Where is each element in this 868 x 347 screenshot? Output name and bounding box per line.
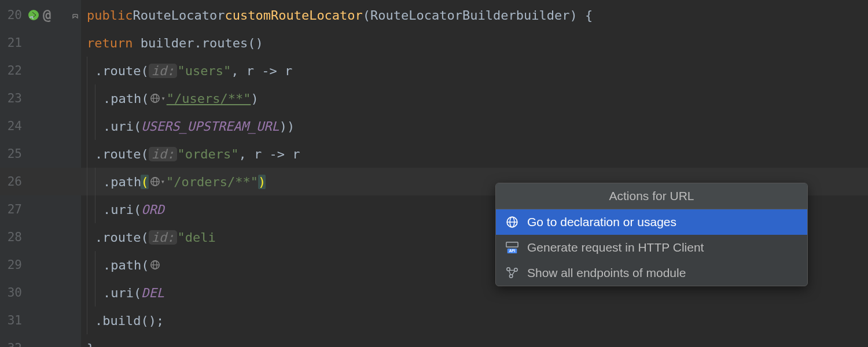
line-number: 26 (0, 175, 22, 189)
run-gutter-icon[interactable] (28, 9, 39, 21)
chevron-down-icon: ▾ (161, 94, 165, 102)
code-line: return builder.routes() (81, 29, 868, 57)
string-literal: "deli (177, 230, 215, 245)
line-number: 32 (0, 341, 22, 347)
string-literal: "users" (177, 64, 231, 78)
constant: DEL (141, 286, 164, 300)
popup-item-go-to-declaration[interactable]: Go to declaration or usages (496, 209, 807, 235)
string-literal[interactable]: "/orders/**" (166, 175, 258, 189)
chevron-down-icon: ▾ (161, 178, 165, 186)
globe-icon (505, 215, 519, 229)
matched-paren: ( (141, 175, 148, 189)
url-globe-icon[interactable] (150, 260, 160, 270)
parameter-hint: id: (149, 230, 178, 245)
popup-item-label: Go to declaration or usages (527, 215, 676, 229)
matched-paren: ) (258, 175, 266, 189)
code-line: .path(▾"/users/**") (81, 84, 868, 112)
keyword: return (87, 36, 133, 50)
code-line: .route( id: "orders", r -> r (81, 140, 868, 168)
line-number: 25 (0, 147, 22, 161)
line-number: 29 (0, 258, 22, 272)
type: RouteLocatorBuilder (370, 8, 516, 23)
line-number: 24 (0, 119, 22, 133)
code-line: .build(); (81, 307, 868, 334)
constant: ORD (141, 202, 164, 217)
popup-item-label: Show all endpoints of module (527, 266, 686, 280)
svg-point-0 (28, 10, 39, 20)
svg-rect-13 (506, 242, 518, 247)
popup-item-generate-http-request[interactable]: API Generate request in HTTP Client (496, 235, 807, 260)
keyword: public (87, 8, 133, 23)
line-number: 30 (0, 286, 22, 300)
code-line: .uri(USERS_UPSTREAM_URL)) (81, 112, 868, 140)
api-icon: API (505, 241, 519, 254)
line-number: 27 (0, 202, 22, 216)
code-line: public RouteLocator customRouteLocator(R… (81, 1, 868, 29)
line-number: 20 (0, 8, 22, 22)
constant: USERS_UPSTREAM_URL (141, 119, 279, 134)
popup-title: Actions for URL (496, 183, 807, 209)
popup-item-show-endpoints[interactable]: Show all endpoints of module (496, 260, 807, 286)
line-number: 22 (0, 64, 22, 77)
string-literal[interactable]: "/users/**" (167, 91, 251, 106)
at-sign-icon: @ (43, 7, 51, 23)
popup-item-label: Generate request in HTTP Client (527, 241, 704, 254)
parameter-hint: id: (149, 64, 178, 78)
url-globe-icon[interactable]: ▾ (150, 93, 165, 104)
code-line: .route( id: "users", r -> r (81, 57, 868, 84)
svg-text:API: API (509, 249, 516, 253)
code-line: } (81, 334, 868, 347)
graph-icon (505, 266, 519, 280)
type: RouteLocator (133, 8, 225, 23)
url-globe-icon[interactable]: ▾ (150, 176, 165, 187)
actions-for-url-popup: Actions for URL Go to declaration or usa… (495, 183, 808, 286)
parameter-hint: id: (149, 147, 178, 161)
line-number: 28 (0, 230, 22, 244)
fold-toggle-icon[interactable] (71, 10, 80, 20)
line-number: 21 (0, 36, 22, 50)
method-name: customRouteLocator (225, 8, 362, 23)
editor-gutter: 20 @ 21 22 23 24 25 26 27 28 29 30 31 32 (0, 0, 81, 347)
string-literal: "orders" (177, 147, 238, 161)
line-number: 23 (0, 91, 22, 105)
editor-code-area[interactable]: public RouteLocator customRouteLocator(R… (81, 0, 868, 347)
line-number: 31 (0, 313, 22, 327)
